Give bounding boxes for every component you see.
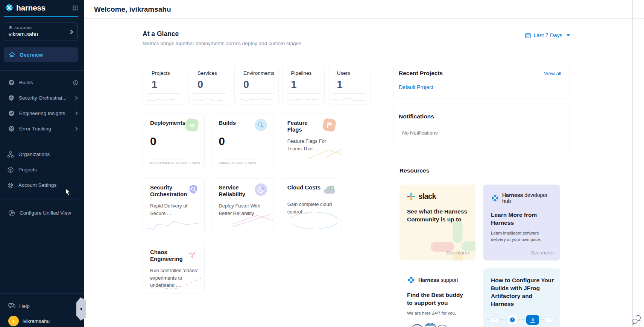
stat-label: Users — [337, 70, 366, 76]
module-grid-icon[interactable] — [72, 5, 78, 11]
sidebar-collapse-handle[interactable] — [76, 297, 86, 321]
sidebar-item-account-settings[interactable]: Account Settings — [0, 177, 84, 193]
main-area: Welcome, ivikramsahu At a Glance Metrics… — [84, 0, 644, 327]
sidebar: harness ACCOUNT vikram.sahu Overview — [0, 0, 84, 327]
slack-logo — [407, 192, 415, 201]
projects-cube-icon — [7, 167, 14, 173]
deployments-card[interactable]: Deployments ∞ 0 DEPLOYMENTS IN LAST 7 DA… — [143, 114, 205, 168]
harness-support-card[interactable]: Harness support Find the Best buddy to s… — [399, 268, 475, 327]
account-label-row: ACCOUNT — [9, 26, 68, 30]
side-panels-column: Recent Projects View all Default Project… — [393, 66, 570, 327]
stat-label: Environments — [243, 70, 275, 76]
avatar: i — [8, 316, 19, 326]
jfrog-article-card[interactable]: How to Configure Your Builds with JFrog … — [483, 268, 560, 327]
stat-label: Projects — [152, 70, 181, 76]
builds-count: 0 — [219, 135, 267, 148]
module-title: Feature Flags — [287, 120, 323, 133]
sidebar-item-label: Account Settings — [18, 182, 56, 188]
sidebar-module-nav: Builds Security Orchestrat... Engineerin — [0, 71, 84, 136]
logo-underline — [4, 16, 78, 17]
view-all-link[interactable]: View all — [544, 71, 561, 76]
chaos-engineering-card[interactable]: Chaos Engineering Run controlled 'chaos'… — [143, 243, 205, 294]
resources-section: Resources slack See what the Harness Com… — [399, 167, 570, 327]
feature-flags-icon — [322, 118, 337, 132]
stat-sparkline — [286, 97, 320, 102]
module-title: Builds — [219, 120, 236, 126]
project-link-default-project[interactable]: Default Project — [399, 84, 433, 90]
stat-card-environments[interactable]: Environments 0 — [234, 66, 279, 104]
harness-logo — [5, 3, 14, 12]
sidebar-item-projects[interactable]: Projects — [0, 162, 84, 177]
stat-divider — [239, 93, 274, 94]
sidebar-item-label: Configure Unified View — [20, 210, 71, 216]
stat-card-projects[interactable]: Projects 1 — [143, 66, 185, 104]
section-subtitle: Metrics brings together deployments acro… — [143, 41, 301, 46]
brand-line: Harness support — [418, 277, 458, 283]
security-orchestration-icon — [187, 183, 199, 196]
module-title: Chaos Engineering — [150, 249, 186, 262]
account-selector[interactable]: ACCOUNT vikram.sahu — [4, 23, 78, 41]
caret-down-icon — [567, 34, 570, 36]
scrollbar-track[interactable] — [632, 0, 633, 327]
cloud-costs-card[interactable]: Cloud Costs $ Gain complete cloud contro… — [280, 178, 342, 233]
glance-header: At a Glance Metrics brings together depl… — [143, 30, 570, 46]
account-name: vikram.sahu — [9, 31, 68, 37]
glance-titles: At a Glance Metrics brings together depl… — [143, 30, 301, 46]
chevron-right-icon — [70, 30, 74, 34]
chaos-engineering-icon — [186, 248, 198, 260]
deployments-icon: ∞ — [185, 118, 199, 132]
sidebar-item-error-tracking[interactable]: Error Tracking — [0, 121, 84, 136]
chevron-right-icon — [75, 111, 78, 115]
feature-flags-card[interactable]: Feature Flags Feature Flags For Teams Th… — [280, 114, 342, 168]
help-button[interactable]: ? Help — [0, 294, 84, 309]
info-icon[interactable] — [73, 80, 78, 85]
brand-line: Harness developer hub — [502, 192, 554, 204]
stat-card-pipelines[interactable]: Pipelines 1 — [282, 66, 325, 104]
sidebar-item-label: Organizations — [18, 151, 50, 157]
sidebar-item-builds[interactable]: Builds — [0, 75, 84, 90]
builds-icon — [8, 79, 15, 86]
gear-icon — [7, 182, 14, 189]
harness-logo — [407, 276, 415, 284]
stat-sparkline — [192, 97, 227, 102]
date-range-value: Last 7 Days — [533, 32, 562, 38]
collapse-arrow-icon — [78, 307, 82, 310]
module-description: Feature Flags For Teams That ... — [287, 138, 336, 152]
sidebar-item-security-orchestration[interactable]: Security Orchestrat... — [0, 90, 84, 106]
module-title: Cloud Costs — [287, 184, 320, 191]
user-name: ivikramsahu — [23, 318, 50, 324]
resource-card-title: Learn More from Harness — [491, 211, 544, 227]
sidebar-item-label: Error Tracking — [19, 126, 51, 132]
support-team-illustration — [407, 322, 469, 327]
slack-resource-card[interactable]: slack See what the Harness Community is … — [399, 185, 475, 260]
sidebar-item-configure-unified-view[interactable]: Configure Unified View — [0, 205, 84, 221]
service-reliability-card[interactable]: Service Reliability Deploy Faster With B… — [211, 178, 273, 233]
account-label: ACCOUNT — [14, 26, 33, 30]
organizations-icon — [7, 151, 14, 158]
shield-icon — [8, 95, 14, 101]
module-cards-grid: Deployments ∞ 0 DEPLOYMENTS IN LAST 7 DA… — [143, 114, 342, 294]
sidebar-account-nav: Organizations Projects Account Settings — [0, 142, 84, 193]
developer-hub-resource-card[interactable]: Harness developer hub Learn More from Ha… — [483, 185, 560, 260]
stat-divider — [333, 93, 366, 94]
builds-card[interactable]: Builds 0 BUILDS IN LAST 7 DAYS — [211, 114, 273, 168]
module-description: Run controlled 'chaos' experiments to un… — [150, 267, 198, 289]
account-icon — [9, 26, 12, 30]
date-range-dropdown[interactable]: Last 7 Days — [525, 32, 570, 38]
module-title: Deployments — [150, 120, 185, 126]
stat-card-users[interactable]: Users 1 — [328, 66, 371, 104]
recent-projects-panel: Recent Projects View all Default Project — [393, 66, 570, 98]
user-menu[interactable]: i ivikramsahu — [0, 309, 84, 327]
see-more-link[interactable]: See more› — [446, 250, 469, 256]
security-orchestration-card[interactable]: Security Orchestration Rapid Delivery of… — [143, 178, 205, 233]
sidebar-item-organizations[interactable]: Organizations — [0, 147, 84, 162]
chat-support-widget[interactable] — [632, 315, 642, 326]
sidebar-item-engineering-insights[interactable]: Engineering Insights — [0, 106, 84, 121]
stat-sparkline — [238, 97, 273, 102]
sidebar-item-overview[interactable]: Overview — [4, 47, 78, 62]
sidebar-logo-row: harness — [0, 0, 84, 16]
sidebar-config-nav: Configure Unified View — [0, 200, 84, 221]
see-more-link[interactable]: See more› — [531, 250, 554, 256]
harness-logo — [491, 194, 499, 202]
stat-card-services[interactable]: Services 0 — [188, 66, 231, 104]
